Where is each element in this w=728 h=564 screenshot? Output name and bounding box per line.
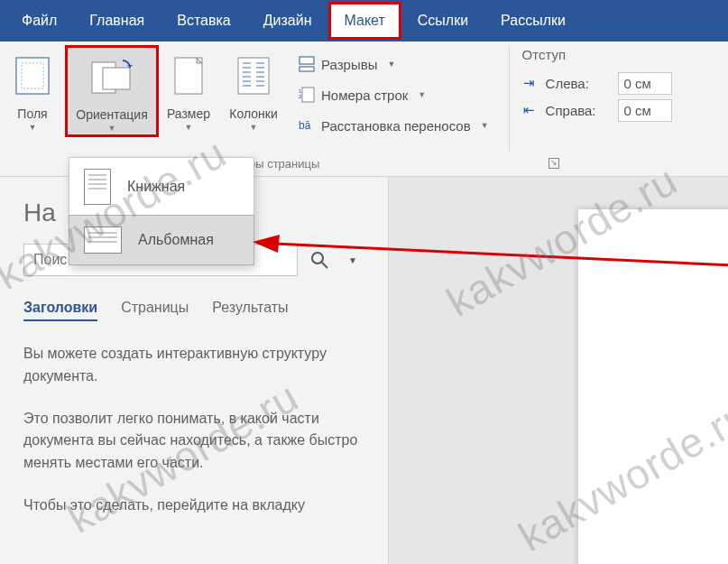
orientation-button[interactable]: Ориентация ▼ <box>65 45 159 137</box>
svg-rect-19 <box>299 67 314 71</box>
nav-body-p1: Вы можете создать интерактивную структур… <box>23 343 364 388</box>
tab-references[interactable]: Ссылки <box>401 0 484 42</box>
chevron-down-icon: ▼ <box>481 121 489 130</box>
svg-rect-20 <box>302 88 314 102</box>
nav-tab-headings[interactable]: Заголовки <box>23 300 97 321</box>
orientation-menu: Книжная Альбомная <box>69 157 254 265</box>
hyphenation-icon: bā <box>298 117 316 134</box>
tab-design[interactable]: Дизайн <box>247 0 328 42</box>
svg-rect-3 <box>103 68 130 89</box>
svg-point-24 <box>312 253 323 264</box>
tab-mailings[interactable]: Рассылки <box>484 0 582 42</box>
ribbon-tabs: Файл Главная Вставка Дизайн Макет Ссылки… <box>0 0 728 42</box>
tab-file[interactable]: Файл <box>5 0 73 42</box>
size-icon <box>173 51 204 101</box>
chevron-down-icon: ▼ <box>29 123 37 132</box>
page-setup-launcher[interactable]: ↘ <box>548 158 559 169</box>
landscape-icon <box>84 227 122 254</box>
hyphenation-button[interactable]: bā Расстановка переносов ▼ <box>298 112 489 139</box>
indent-left-icon: ⇥ <box>522 75 537 91</box>
document-area[interactable] <box>388 177 728 564</box>
indent-right-input[interactable] <box>618 99 672 122</box>
nav-body-p3: Чтобы это сделать, перейдите на вкладку <box>23 495 364 517</box>
margins-icon <box>14 51 51 101</box>
indent-left-input[interactable] <box>618 72 672 95</box>
search-dropdown-icon[interactable]: ▼ <box>341 252 364 269</box>
size-label: Размер <box>167 106 210 121</box>
navigation-tabs: Заголовки Страницы Результаты <box>23 300 364 321</box>
svg-line-25 <box>322 263 327 268</box>
chevron-down-icon: ▼ <box>387 60 395 69</box>
navigation-body: Вы можете создать интерактивную структур… <box>23 343 364 517</box>
indent-right-icon: ⇤ <box>522 102 537 118</box>
line-numbers-button[interactable]: 12 Номера строк ▼ <box>298 81 489 108</box>
breaks-label: Разрывы <box>321 57 377 72</box>
breaks-button[interactable]: Разрывы ▼ <box>298 51 489 78</box>
indent-right-label: Справа: <box>546 103 609 118</box>
svg-text:bā: bā <box>299 119 311 132</box>
document-page <box>578 209 728 564</box>
chevron-down-icon: ▼ <box>250 123 258 132</box>
orientation-landscape-item[interactable]: Альбомная <box>69 215 254 265</box>
chevron-down-icon: ▼ <box>418 90 426 99</box>
chevron-down-icon: ▼ <box>185 123 193 132</box>
group-indent: Отступ ⇥ Слева: ⇤ Справа: <box>510 42 681 176</box>
indent-left-label: Слева: <box>546 76 609 91</box>
indent-title: Отступ <box>522 47 672 62</box>
hyphenation-label: Расстановка переносов <box>321 118 471 134</box>
svg-text:2: 2 <box>299 94 302 99</box>
nav-body-p2: Это позволит легко понимать, в какой час… <box>23 408 364 475</box>
tab-insert[interactable]: Вставка <box>161 0 246 42</box>
search-icon[interactable] <box>303 247 336 273</box>
svg-rect-18 <box>299 57 314 64</box>
orientation-icon <box>87 51 137 102</box>
chevron-down-icon: ▼ <box>108 124 116 133</box>
orientation-portrait-item[interactable]: Книжная <box>69 158 253 216</box>
margins-button[interactable]: Поля ▼ <box>0 47 65 134</box>
line-numbers-label: Номера строк <box>321 88 408 103</box>
orientation-label: Ориентация <box>76 107 147 122</box>
line-numbers-icon: 12 <box>298 87 316 103</box>
breaks-icon <box>298 56 316 72</box>
columns-icon <box>236 51 271 101</box>
page-setup-small-items: Разрывы ▼ 12 Номера строк ▼ bā Расстанов… <box>289 47 498 139</box>
size-button[interactable]: Размер ▼ <box>159 47 218 134</box>
portrait-icon <box>84 169 111 205</box>
nav-tab-results[interactable]: Результаты <box>212 300 288 321</box>
tab-home[interactable]: Главная <box>73 0 161 42</box>
orientation-landscape-label: Альбомная <box>138 232 214 248</box>
nav-tab-pages[interactable]: Страницы <box>121 300 189 321</box>
tab-layout[interactable]: Макет <box>328 2 401 40</box>
orientation-portrait-label: Книжная <box>127 179 185 195</box>
columns-button[interactable]: Колонки ▼ <box>218 47 289 134</box>
columns-label: Колонки <box>229 106 277 121</box>
margins-label: Поля <box>17 106 47 121</box>
